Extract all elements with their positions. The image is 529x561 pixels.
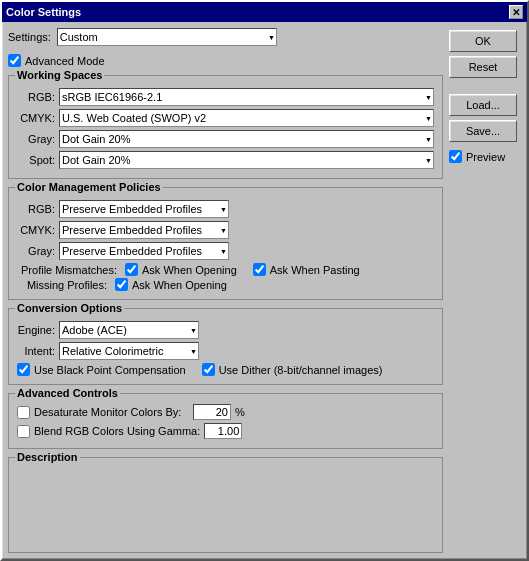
cmyk-label: CMYK: xyxy=(17,112,55,124)
dialog-title: Color Settings xyxy=(6,6,81,18)
engine-label: Engine: xyxy=(17,324,55,336)
desaturate-input[interactable]: 20 xyxy=(193,404,231,420)
gray-select[interactable]: Dot Gain 20% xyxy=(59,130,434,148)
policy-cmyk-label: CMYK: xyxy=(17,224,55,236)
spot-field-row: Spot: Dot Gain 20% xyxy=(17,151,434,169)
description-title: Description xyxy=(15,451,80,463)
blend-checkbox[interactable] xyxy=(17,425,30,438)
load-button[interactable]: Load... xyxy=(449,94,517,116)
blend-row: Blend RGB Colors Using Gamma: 1.00 xyxy=(17,423,434,439)
policy-rgb-label: RGB: xyxy=(17,203,55,215)
description-section: Description xyxy=(8,457,443,553)
dither-checkbox[interactable] xyxy=(202,363,215,376)
black-point-checkbox[interactable] xyxy=(17,363,30,376)
policy-gray-wrapper: Preserve Embedded Profiles xyxy=(59,242,229,260)
color-settings-dialog: Color Settings ✕ Settings: Custom Advanc… xyxy=(0,0,529,561)
right-panel: OK Reset Load... Save... Preview xyxy=(449,28,521,553)
cmyk-select[interactable]: U.S. Web Coated (SWOP) v2 xyxy=(59,109,434,127)
left-panel: Settings: Custom Advanced Mode Working S… xyxy=(8,28,443,553)
intent-select[interactable]: Relative Colorimetric xyxy=(59,342,199,360)
missing-profiles-row: Missing Profiles: Ask When Opening xyxy=(17,278,434,291)
settings-label: Settings: xyxy=(8,31,51,43)
intent-label: Intent: xyxy=(17,345,55,357)
dither-label: Use Dither (8-bit/channel images) xyxy=(219,364,383,376)
policy-gray-row: Gray: Preserve Embedded Profiles xyxy=(17,242,434,260)
black-point-label: Use Black Point Compensation xyxy=(34,364,186,376)
desaturate-label: Desaturate Monitor Colors By: xyxy=(34,406,189,418)
spot-label: Spot: xyxy=(17,154,55,166)
gray-label: Gray: xyxy=(17,133,55,145)
black-dither-row: Use Black Point Compensation Use Dither … xyxy=(17,363,434,376)
engine-row: Engine: Adobe (ACE) xyxy=(17,321,434,339)
policy-gray-select[interactable]: Preserve Embedded Profiles xyxy=(59,242,229,260)
mismatch-ask-pasting: Ask When Pasting xyxy=(253,263,360,276)
working-spaces-title: Working Spaces xyxy=(15,69,104,81)
engine-select[interactable]: Adobe (ACE) xyxy=(59,321,199,339)
advanced-controls-title: Advanced Controls xyxy=(15,387,120,399)
advanced-mode-label: Advanced Mode xyxy=(25,55,105,67)
conversion-title: Conversion Options xyxy=(15,302,124,314)
policy-gray-label: Gray: xyxy=(17,245,55,257)
mismatch-ask-opening-checkbox[interactable] xyxy=(125,263,138,276)
black-point-check: Use Black Point Compensation xyxy=(17,363,186,376)
settings-select[interactable]: Custom xyxy=(57,28,277,46)
profile-mismatch-row: Profile Mismatches: Ask When Opening Ask… xyxy=(17,263,434,276)
settings-select-wrapper: Custom xyxy=(57,28,277,46)
title-bar: Color Settings ✕ xyxy=(2,2,527,22)
advanced-fields: Desaturate Monitor Colors By: 20 % Blend… xyxy=(17,404,434,439)
advanced-mode-row: Advanced Mode xyxy=(8,54,443,67)
policy-rgb-select[interactable]: Preserve Embedded Profiles xyxy=(59,200,229,218)
advanced-controls-section: Advanced Controls Desaturate Monitor Col… xyxy=(8,393,443,449)
rgb-select-wrapper: sRGB IEC61966-2.1 xyxy=(59,88,434,106)
preview-label: Preview xyxy=(466,151,505,163)
dialog-content: Settings: Custom Advanced Mode Working S… xyxy=(2,22,527,559)
close-button[interactable]: ✕ xyxy=(509,5,523,19)
mismatch-ask-opening: Ask When Opening xyxy=(125,263,237,276)
missing-profiles-label: Missing Profiles: xyxy=(17,279,107,291)
dither-check: Use Dither (8-bit/channel images) xyxy=(202,363,383,376)
preview-checkbox[interactable] xyxy=(449,150,462,163)
gray-field-row: Gray: Dot Gain 20% xyxy=(17,130,434,148)
policy-cmyk-wrapper: Preserve Embedded Profiles xyxy=(59,221,229,239)
missing-ask-opening-checkbox[interactable] xyxy=(115,278,128,291)
desaturate-row: Desaturate Monitor Colors By: 20 % xyxy=(17,404,434,420)
mismatch-ask-pasting-label: Ask When Pasting xyxy=(270,264,360,276)
rgb-label: RGB: xyxy=(17,91,55,103)
ok-button[interactable]: OK xyxy=(449,30,517,52)
missing-ask-opening: Ask When Opening xyxy=(115,278,227,291)
rgb-field-row: RGB: sRGB IEC61966-2.1 xyxy=(17,88,434,106)
policy-rgb-wrapper: Preserve Embedded Profiles xyxy=(59,200,229,218)
engine-select-wrapper: Adobe (ACE) xyxy=(59,321,199,339)
intent-row: Intent: Relative Colorimetric xyxy=(17,342,434,360)
desaturate-unit: % xyxy=(235,406,245,418)
cmyk-field-row: CMYK: U.S. Web Coated (SWOP) v2 xyxy=(17,109,434,127)
intent-select-wrapper: Relative Colorimetric xyxy=(59,342,199,360)
conversion-section: Conversion Options Engine: Adobe (ACE) I… xyxy=(8,308,443,385)
desaturate-checkbox[interactable] xyxy=(17,406,30,419)
preview-row: Preview xyxy=(449,150,521,163)
profile-mismatch-label: Profile Mismatches: xyxy=(17,264,117,276)
policy-cmyk-row: CMYK: Preserve Embedded Profiles xyxy=(17,221,434,239)
spot-select-wrapper: Dot Gain 20% xyxy=(59,151,434,169)
blend-input[interactable]: 1.00 xyxy=(204,423,242,439)
color-management-section: Color Management Policies RGB: Preserve … xyxy=(8,187,443,300)
gray-select-wrapper: Dot Gain 20% xyxy=(59,130,434,148)
advanced-mode-checkbox[interactable] xyxy=(8,54,21,67)
mismatch-ask-opening-label: Ask When Opening xyxy=(142,264,237,276)
reset-button[interactable]: Reset xyxy=(449,56,517,78)
save-button[interactable]: Save... xyxy=(449,120,517,142)
policy-cmyk-select[interactable]: Preserve Embedded Profiles xyxy=(59,221,229,239)
spot-select[interactable]: Dot Gain 20% xyxy=(59,151,434,169)
blend-label: Blend RGB Colors Using Gamma: xyxy=(34,425,200,437)
missing-ask-opening-label: Ask When Opening xyxy=(132,279,227,291)
settings-row: Settings: Custom xyxy=(8,28,443,46)
working-spaces-section: Working Spaces RGB: sRGB IEC61966-2.1 CM… xyxy=(8,75,443,179)
rgb-select[interactable]: sRGB IEC61966-2.1 xyxy=(59,88,434,106)
color-management-title: Color Management Policies xyxy=(15,181,163,193)
cmyk-select-wrapper: U.S. Web Coated (SWOP) v2 xyxy=(59,109,434,127)
policy-rgb-row: RGB: Preserve Embedded Profiles xyxy=(17,200,434,218)
mismatch-ask-pasting-checkbox[interactable] xyxy=(253,263,266,276)
